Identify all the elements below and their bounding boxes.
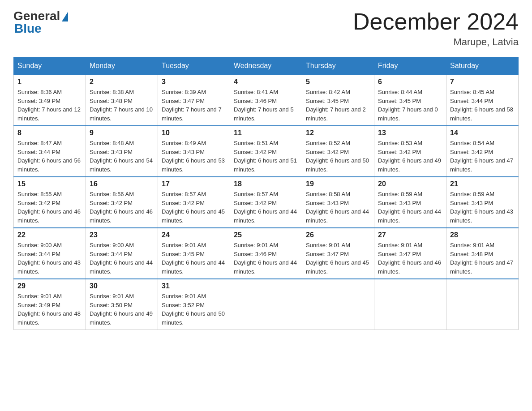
day-number: 19 [306,180,370,188]
day-info: Sunrise: 9:00 AMSunset: 3:44 PMDaylight:… [90,242,153,275]
day-number: 3 [162,78,226,86]
calendar-cell: 24 Sunrise: 9:01 AMSunset: 3:45 PMDaylig… [158,228,230,279]
day-info: Sunrise: 8:56 AMSunset: 3:42 PMDaylight:… [90,191,153,224]
calendar-cell: 8 Sunrise: 8:47 AMSunset: 3:44 PMDayligh… [14,126,86,177]
calendar-cell: 18 Sunrise: 8:57 AMSunset: 3:42 PMDaylig… [230,177,302,228]
day-number: 20 [378,180,442,188]
day-info: Sunrise: 9:01 AMSunset: 3:48 PMDaylight:… [450,242,513,275]
day-number: 28 [450,231,515,239]
day-info: Sunrise: 8:59 AMSunset: 3:43 PMDaylight:… [450,191,513,224]
calendar-cell: 13 Sunrise: 8:53 AMSunset: 3:42 PMDaylig… [374,126,446,177]
day-number: 15 [17,180,82,188]
day-info: Sunrise: 9:01 AMSunset: 3:47 PMDaylight:… [378,242,441,275]
day-number: 11 [234,129,298,137]
week-row-1: 1 Sunrise: 8:36 AMSunset: 3:49 PMDayligh… [14,75,519,126]
calendar-cell: 20 Sunrise: 8:59 AMSunset: 3:43 PMDaylig… [374,177,446,228]
calendar-cell: 26 Sunrise: 9:01 AMSunset: 3:47 PMDaylig… [302,228,374,279]
week-row-4: 22 Sunrise: 9:00 AMSunset: 3:44 PMDaylig… [14,228,519,279]
day-info: Sunrise: 8:38 AMSunset: 3:48 PMDaylight:… [90,89,153,122]
day-number: 22 [17,231,82,239]
calendar-cell: 2 Sunrise: 8:38 AMSunset: 3:48 PMDayligh… [86,75,158,126]
calendar-cell: 19 Sunrise: 8:58 AMSunset: 3:43 PMDaylig… [302,177,374,228]
calendar-cell: 11 Sunrise: 8:51 AMSunset: 3:42 PMDaylig… [230,126,302,177]
calendar-cell: 1 Sunrise: 8:36 AMSunset: 3:49 PMDayligh… [14,75,86,126]
day-info: Sunrise: 8:54 AMSunset: 3:42 PMDaylight:… [450,140,513,173]
day-number: 9 [90,129,154,137]
calendar-cell: 29 Sunrise: 9:01 AMSunset: 3:49 PMDaylig… [14,279,86,330]
weekday-header-thursday: Thursday [302,57,374,75]
day-number: 12 [306,129,370,137]
day-info: Sunrise: 9:01 AMSunset: 3:52 PMDaylight:… [162,293,225,326]
day-number: 30 [90,282,154,290]
day-number: 5 [306,78,370,86]
calendar-cell: 15 Sunrise: 8:55 AMSunset: 3:42 PMDaylig… [14,177,86,228]
day-number: 16 [90,180,154,188]
day-number: 26 [306,231,370,239]
day-number: 18 [234,180,298,188]
month-title: December 2024 [353,9,519,34]
weekday-header-row: SundayMondayTuesdayWednesdayThursdayFrid… [14,57,519,75]
day-info: Sunrise: 8:36 AMSunset: 3:49 PMDaylight:… [17,89,81,122]
day-number: 24 [162,231,226,239]
calendar-cell: 22 Sunrise: 9:00 AMSunset: 3:44 PMDaylig… [14,228,86,279]
calendar-cell [302,279,374,330]
day-info: Sunrise: 8:59 AMSunset: 3:43 PMDaylight:… [378,191,441,224]
day-number: 29 [17,282,82,290]
logo: General Blue [13,9,68,36]
day-number: 14 [450,129,515,137]
weekday-header-sunday: Sunday [14,57,86,75]
day-info: Sunrise: 8:45 AMSunset: 3:44 PMDaylight:… [450,89,513,122]
day-info: Sunrise: 8:55 AMSunset: 3:42 PMDaylight:… [17,191,81,224]
calendar-cell: 16 Sunrise: 8:56 AMSunset: 3:42 PMDaylig… [86,177,158,228]
calendar-cell: 10 Sunrise: 8:49 AMSunset: 3:43 PMDaylig… [158,126,230,177]
title-area: December 2024 Marupe, Latvia [353,9,519,48]
logo-blue-text: Blue [14,21,42,36]
logo-triangle-icon [62,12,68,21]
calendar-cell: 12 Sunrise: 8:52 AMSunset: 3:42 PMDaylig… [302,126,374,177]
weekday-header-wednesday: Wednesday [230,57,302,75]
day-info: Sunrise: 8:57 AMSunset: 3:42 PMDaylight:… [234,191,297,224]
day-number: 13 [378,129,442,137]
calendar-cell [374,279,446,330]
weekday-header-monday: Monday [86,57,158,75]
day-info: Sunrise: 9:01 AMSunset: 3:50 PMDaylight:… [90,293,153,326]
day-info: Sunrise: 8:41 AMSunset: 3:46 PMDaylight:… [234,89,294,122]
day-number: 21 [450,180,515,188]
day-info: Sunrise: 8:57 AMSunset: 3:42 PMDaylight:… [162,191,225,224]
calendar-cell: 23 Sunrise: 9:00 AMSunset: 3:44 PMDaylig… [86,228,158,279]
calendar-cell: 27 Sunrise: 9:01 AMSunset: 3:47 PMDaylig… [374,228,446,279]
day-number: 8 [17,129,82,137]
day-info: Sunrise: 9:00 AMSunset: 3:44 PMDaylight:… [17,242,81,275]
day-number: 2 [90,78,154,86]
day-info: Sunrise: 9:01 AMSunset: 3:47 PMDaylight:… [306,242,369,275]
calendar-cell: 5 Sunrise: 8:42 AMSunset: 3:45 PMDayligh… [302,75,374,126]
header: General Blue December 2024 Marupe, Latvi… [13,9,519,48]
week-row-5: 29 Sunrise: 9:01 AMSunset: 3:49 PMDaylig… [14,279,519,330]
day-number: 23 [90,231,154,239]
day-info: Sunrise: 9:01 AMSunset: 3:49 PMDaylight:… [17,293,81,326]
calendar-cell: 28 Sunrise: 9:01 AMSunset: 3:48 PMDaylig… [446,228,519,279]
day-number: 27 [378,231,442,239]
weekday-header-saturday: Saturday [446,57,519,75]
day-info: Sunrise: 8:51 AMSunset: 3:42 PMDaylight:… [234,140,297,173]
day-number: 4 [234,78,298,86]
calendar-cell: 4 Sunrise: 8:41 AMSunset: 3:46 PMDayligh… [230,75,302,126]
day-number: 7 [450,78,515,86]
calendar-cell [446,279,519,330]
calendar-cell: 25 Sunrise: 9:01 AMSunset: 3:46 PMDaylig… [230,228,302,279]
day-info: Sunrise: 8:53 AMSunset: 3:42 PMDaylight:… [378,140,441,173]
week-row-3: 15 Sunrise: 8:55 AMSunset: 3:42 PMDaylig… [14,177,519,228]
day-info: Sunrise: 8:52 AMSunset: 3:42 PMDaylight:… [306,140,369,173]
day-number: 25 [234,231,298,239]
day-info: Sunrise: 8:58 AMSunset: 3:43 PMDaylight:… [306,191,369,224]
calendar-cell: 21 Sunrise: 8:59 AMSunset: 3:43 PMDaylig… [446,177,519,228]
calendar-cell: 14 Sunrise: 8:54 AMSunset: 3:42 PMDaylig… [446,126,519,177]
calendar-cell [230,279,302,330]
calendar-cell: 7 Sunrise: 8:45 AMSunset: 3:44 PMDayligh… [446,75,519,126]
week-row-2: 8 Sunrise: 8:47 AMSunset: 3:44 PMDayligh… [14,126,519,177]
day-info: Sunrise: 8:39 AMSunset: 3:47 PMDaylight:… [162,89,222,122]
day-number: 10 [162,129,226,137]
day-info: Sunrise: 9:01 AMSunset: 3:45 PMDaylight:… [162,242,225,275]
weekday-header-friday: Friday [374,57,446,75]
day-info: Sunrise: 8:49 AMSunset: 3:43 PMDaylight:… [162,140,225,173]
